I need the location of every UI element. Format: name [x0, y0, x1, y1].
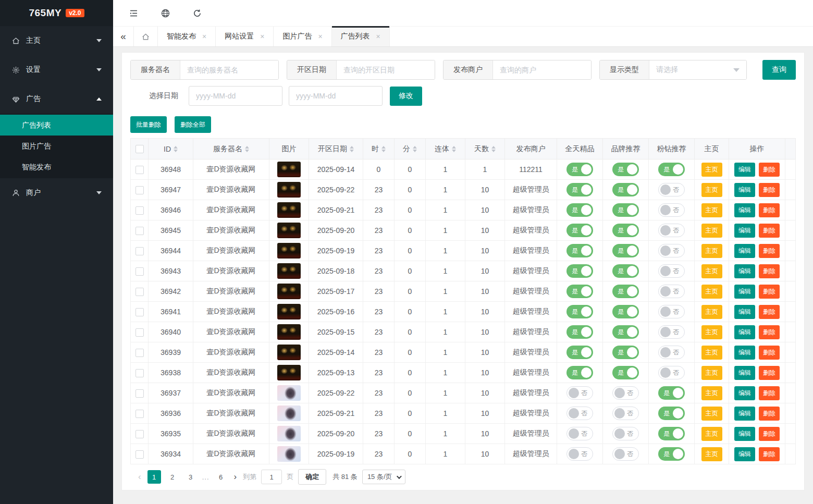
ad-thumbnail[interactable]: [277, 426, 301, 441]
row-checkbox[interactable]: [136, 206, 144, 215]
row-checkbox[interactable]: [136, 450, 144, 459]
delete-button[interactable]: 删除: [759, 407, 780, 421]
diamond-toggle[interactable]: 否: [658, 305, 685, 318]
diamond-toggle[interactable]: 是: [658, 386, 685, 400]
premium-toggle[interactable]: 是: [566, 305, 593, 318]
page-number-6[interactable]: 6: [214, 470, 228, 484]
edit-button[interactable]: 编辑: [734, 183, 755, 197]
sidebar-item-home[interactable]: 主页: [0, 26, 113, 55]
brand-toggle[interactable]: 是: [612, 285, 639, 298]
edit-button[interactable]: 编辑: [734, 203, 755, 217]
diamond-toggle[interactable]: 否: [658, 264, 685, 278]
ad-thumbnail[interactable]: [277, 405, 301, 421]
home-tab[interactable]: [134, 27, 158, 46]
ad-thumbnail[interactable]: [277, 385, 301, 401]
diamond-toggle[interactable]: 否: [658, 346, 685, 359]
display-type-select[interactable]: 请选择: [649, 60, 746, 79]
ad-thumbnail[interactable]: [277, 324, 301, 340]
delete-button[interactable]: 删除: [759, 224, 780, 238]
edit-button[interactable]: 编辑: [734, 346, 755, 360]
brand-toggle[interactable]: 是: [612, 244, 639, 257]
merchant-input[interactable]: [493, 60, 591, 79]
brand-toggle[interactable]: 否: [612, 407, 639, 420]
edit-button[interactable]: 编辑: [734, 447, 755, 461]
diamond-toggle[interactable]: 否: [658, 285, 685, 298]
ad-thumbnail[interactable]: [277, 304, 301, 319]
delete-button[interactable]: 删除: [759, 346, 780, 360]
row-checkbox[interactable]: [136, 369, 144, 377]
home-page-button[interactable]: 主页: [701, 427, 722, 441]
ad-thumbnail[interactable]: [277, 284, 301, 299]
premium-toggle[interactable]: 是: [566, 325, 593, 339]
sort-icon[interactable]: [413, 146, 417, 152]
home-page-button[interactable]: 主页: [701, 224, 722, 238]
delete-button[interactable]: 删除: [759, 305, 780, 319]
diamond-toggle[interactable]: 否: [658, 183, 685, 196]
premium-toggle[interactable]: 是: [566, 264, 593, 278]
close-icon[interactable]: ×: [318, 32, 322, 41]
home-page-button[interactable]: 主页: [701, 325, 722, 339]
ad-thumbnail[interactable]: [277, 182, 301, 198]
sort-icon[interactable]: [350, 146, 354, 152]
prev-page-icon[interactable]: ‹: [137, 472, 143, 482]
row-checkbox[interactable]: [136, 328, 144, 337]
delete-button[interactable]: 删除: [759, 244, 780, 258]
menu-list-button[interactable]: [129, 8, 139, 18]
sidebar-item-merchant[interactable]: 商户: [0, 178, 113, 207]
home-page-button[interactable]: 主页: [701, 244, 722, 258]
modify-button[interactable]: 修改: [390, 87, 422, 106]
premium-toggle[interactable]: 是: [566, 183, 593, 196]
premium-toggle[interactable]: 否: [566, 447, 593, 461]
delete-button[interactable]: 删除: [759, 285, 780, 299]
sort-icon[interactable]: [452, 146, 456, 152]
page-number-2[interactable]: 2: [166, 470, 179, 484]
sidebar-subitem-image-ads[interactable]: 图片广告: [0, 136, 113, 156]
edit-button[interactable]: 编辑: [734, 244, 755, 258]
globe-button[interactable]: [161, 8, 170, 18]
search-button[interactable]: 查询: [762, 60, 796, 80]
delete-button[interactable]: 删除: [759, 163, 780, 177]
ad-thumbnail[interactable]: [277, 202, 301, 218]
edit-button[interactable]: 编辑: [734, 285, 755, 299]
server-name-input[interactable]: [180, 60, 278, 79]
delete-button[interactable]: 删除: [759, 427, 780, 441]
collapse-tabs-icon[interactable]: «: [113, 27, 134, 46]
premium-toggle[interactable]: 否: [566, 427, 593, 440]
edit-button[interactable]: 编辑: [734, 264, 755, 278]
row-checkbox[interactable]: [136, 288, 144, 296]
brand-toggle[interactable]: 否: [612, 427, 639, 440]
ad-thumbnail[interactable]: [277, 162, 301, 177]
diamond-toggle[interactable]: 是: [658, 427, 685, 440]
brand-toggle[interactable]: 是: [612, 366, 639, 379]
sidebar-subitem-smart-publish[interactable]: 智能发布: [0, 156, 113, 177]
delete-button[interactable]: 删除: [759, 203, 780, 217]
brand-toggle[interactable]: 是: [612, 346, 639, 359]
brand-toggle[interactable]: 是: [612, 264, 639, 278]
diamond-toggle[interactable]: 是: [658, 163, 685, 176]
row-checkbox[interactable]: [136, 166, 144, 174]
brand-toggle[interactable]: 是: [612, 224, 639, 237]
sidebar-item-ads[interactable]: 广告: [0, 84, 113, 114]
premium-toggle[interactable]: 是: [566, 224, 593, 237]
diamond-toggle[interactable]: 否: [658, 224, 685, 237]
delete-button[interactable]: 删除: [759, 386, 780, 400]
page-number-3[interactable]: 3: [184, 470, 198, 484]
row-checkbox[interactable]: [136, 389, 144, 398]
refresh-button[interactable]: [192, 8, 202, 18]
premium-toggle[interactable]: 是: [566, 366, 593, 379]
sort-icon[interactable]: [174, 146, 178, 152]
sort-icon[interactable]: [381, 146, 386, 152]
open-date-input[interactable]: [337, 60, 435, 79]
edit-button[interactable]: 编辑: [734, 386, 755, 400]
home-page-button[interactable]: 主页: [701, 346, 722, 360]
delete-button[interactable]: 删除: [759, 183, 780, 197]
edit-button[interactable]: 编辑: [734, 325, 755, 339]
ad-thumbnail[interactable]: [277, 243, 301, 259]
row-checkbox[interactable]: [136, 410, 144, 418]
home-page-button[interactable]: 主页: [701, 203, 722, 217]
premium-toggle[interactable]: 是: [566, 346, 593, 359]
row-checkbox[interactable]: [136, 349, 144, 357]
premium-toggle[interactable]: 否: [566, 386, 593, 400]
edit-button[interactable]: 编辑: [734, 407, 755, 421]
home-page-button[interactable]: 主页: [701, 447, 722, 461]
